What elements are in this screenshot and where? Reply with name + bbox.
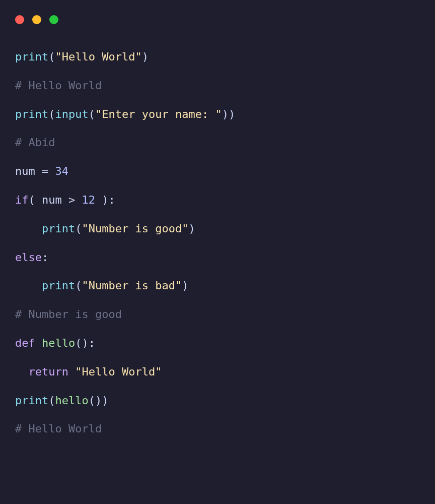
code-line: # Hello World (15, 78, 420, 94)
token-ident: num (15, 165, 35, 177)
code-window: print("Hello World")# Hello Worldprint(i… (0, 0, 435, 504)
token-punc: ( (48, 394, 55, 407)
token-op: > (62, 194, 82, 206)
token-str: "Hello World" (75, 365, 162, 378)
token-str: "Number is good" (82, 222, 188, 235)
token-kw: def (15, 337, 35, 349)
token-fn: print (42, 222, 75, 235)
token-punc: ) (182, 279, 188, 292)
token-punc: ( (48, 108, 55, 120)
code-line: print("Number is good") (15, 221, 420, 237)
code-line: return "Hello World" (15, 364, 420, 380)
token-def-name: hello (42, 337, 75, 349)
code-block: print("Hello World")# Hello Worldprint(i… (15, 49, 420, 437)
token-punc: (): (75, 337, 95, 349)
code-line: print(input("Enter your name: ")) (15, 107, 420, 122)
code-line: if( num > 12 ): (15, 193, 420, 208)
token-punc: ( (89, 108, 95, 120)
token-punc (68, 365, 75, 378)
minimize-icon[interactable] (32, 15, 41, 24)
code-line: else: (15, 250, 420, 266)
code-line: # Hello World (15, 421, 420, 437)
code-line: # Abid (15, 135, 420, 151)
token-punc: ( (75, 279, 82, 292)
comment-text: # Hello World (15, 422, 102, 435)
token-kw: return (29, 365, 68, 378)
token-fn: print (42, 279, 75, 292)
token-fn: print (15, 50, 48, 63)
code-line: num = 34 (15, 164, 420, 179)
token-num: 34 (55, 165, 69, 177)
token-punc: ): (95, 194, 115, 206)
maximize-icon[interactable] (49, 15, 58, 24)
token-punc: ()) (89, 394, 109, 407)
token-punc: ( (48, 50, 55, 63)
token-punc: : (42, 251, 48, 264)
token-call-name: hello (55, 394, 88, 407)
token-fn: input (55, 108, 88, 120)
token-fn: print (15, 108, 48, 120)
token-op: = (35, 165, 55, 177)
token-punc (35, 337, 42, 349)
code-line: print("Number is bad") (15, 278, 420, 294)
token-fn: print (15, 394, 48, 407)
token-ident: num (42, 194, 62, 206)
token-punc: ( (75, 222, 82, 235)
token-punc: ( (29, 194, 42, 206)
token-str: "Enter your name: " (95, 108, 222, 120)
code-line: print(hello()) (15, 393, 420, 409)
window-titlebar (15, 15, 420, 24)
token-kw: if (15, 194, 29, 206)
code-line: # Number is good (15, 307, 420, 323)
token-str: "Number is bad" (82, 279, 182, 292)
comment-text: # Number is good (15, 308, 122, 321)
token-punc: ) (142, 50, 149, 63)
comment-text: # Abid (15, 136, 55, 149)
token-kw: else (15, 251, 42, 264)
token-num: 12 (82, 194, 96, 206)
close-icon[interactable] (15, 15, 24, 24)
token-punc: ) (188, 222, 195, 235)
token-punc: )) (222, 108, 236, 120)
comment-text: # Hello World (15, 79, 102, 92)
token-str: "Hello World" (55, 50, 141, 63)
code-line: print("Hello World") (15, 49, 420, 65)
code-line: def hello(): (15, 336, 420, 351)
